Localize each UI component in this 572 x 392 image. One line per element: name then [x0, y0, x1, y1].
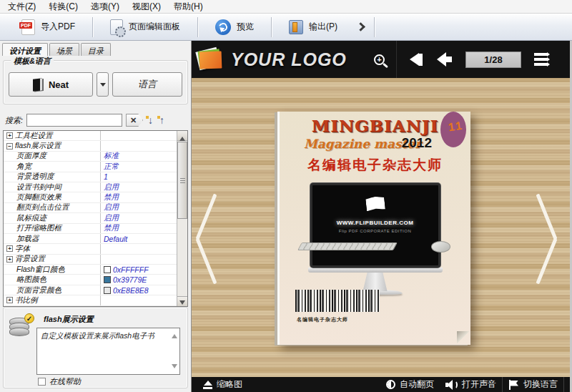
template-group-title: 模板&语言	[11, 56, 54, 67]
page-indicator[interactable]: 1/28	[465, 52, 521, 68]
settings-row[interactable]: 角宽正常	[4, 162, 177, 172]
toolbar-overflow-chevron-icon[interactable]	[356, 22, 365, 31]
scroll-down-arrow-icon[interactable]	[177, 296, 187, 306]
setting-value[interactable]	[101, 295, 177, 305]
setting-value[interactable]: 0xE8E8E8	[101, 285, 177, 295]
setting-value[interactable]: 标准	[101, 152, 177, 161]
expand-all-icon[interactable]: ↑	[158, 115, 166, 125]
clock-icon	[386, 380, 395, 389]
monitor-stand	[363, 273, 388, 291]
magazine-cover-page[interactable]: MINGBIANJI Magazine master 2012 11 名编辑电子…	[277, 112, 470, 345]
tab-scene[interactable]: 场景	[49, 43, 79, 56]
auto-flip-button[interactable]: 自动翻页	[380, 377, 440, 392]
settings-row[interactable]: +背景设置	[4, 255, 177, 265]
setting-value[interactable]: 启用	[101, 213, 177, 222]
settings-row[interactable]: 页面厚度标准	[4, 152, 177, 162]
auto-flip-label: 自动翻页	[400, 378, 434, 391]
collapse-minus-icon[interactable]: −	[6, 143, 13, 150]
panel-tabs: 设计设置 场景 目录	[0, 41, 191, 56]
settings-row[interactable]: 鼠标痕迹启用	[4, 213, 177, 223]
template-select-button[interactable]: Neat	[9, 72, 93, 97]
setting-value[interactable]: 禁用	[101, 192, 177, 202]
setting-value[interactable]: 0x39779E	[101, 275, 177, 284]
page-curl[interactable]	[457, 331, 469, 343]
book-icon	[33, 78, 42, 91]
setting-value[interactable]: 禁用	[101, 224, 177, 233]
template-language-group: 模板&语言 Neat 语言	[3, 60, 188, 104]
flag-icon	[508, 380, 519, 390]
switch-language-button[interactable]: 切换语言	[503, 377, 563, 392]
menu-convert[interactable]: 转换(C)	[42, 0, 84, 14]
setting-label: 页面厚度	[4, 152, 101, 161]
settings-row[interactable]: +工具栏设置	[4, 131, 177, 141]
setting-label: 页面背景颜色	[4, 285, 101, 295]
menu-bar: 文件(Z) 转换(C) 选项(Y) 视图(X) 帮助(H)	[0, 0, 572, 14]
online-help-checkbox[interactable]	[38, 378, 46, 386]
setting-description-group: ✓ flash展示设置 自定义模板设置来展示flash电子书 在线帮助	[3, 307, 188, 388]
preview-button[interactable]: 预览	[198, 16, 271, 39]
settings-row[interactable]: 翻页到点击位置启用	[4, 203, 177, 213]
mini-scroll-down-icon[interactable]	[172, 364, 177, 371]
settings-row[interactable]: 页脚翻页效果禁用	[4, 192, 177, 202]
import-pdf-button[interactable]: 导入PDF	[4, 16, 92, 39]
search-input[interactable]	[26, 114, 122, 127]
output-button[interactable]: 输出(P)	[272, 16, 355, 39]
tab-design-settings[interactable]: 设计设置	[2, 43, 48, 56]
menu-file[interactable]: 文件(Z)	[1, 0, 42, 14]
settings-row[interactable]: 页面背景颜色0xE8E8E8	[4, 285, 177, 295]
thumbnail-button[interactable]: 缩略图	[197, 377, 248, 392]
expand-plus-icon[interactable]: +	[6, 256, 13, 263]
viewer-bottom-bar: 缩略图 自动翻页 打开声音 切换语言	[192, 377, 570, 392]
setting-value[interactable]: 启用	[101, 203, 177, 212]
settings-row[interactable]: Flash窗口颜色0xFFFFFF	[4, 265, 177, 275]
page-edit-panel-button[interactable]: 页面编辑面板	[93, 16, 197, 39]
settings-row[interactable]: +书比例	[4, 295, 177, 305]
setting-value[interactable]	[101, 141, 177, 150]
setting-value[interactable]: 0xFFFFFF	[101, 265, 177, 274]
table-of-contents-icon[interactable]	[534, 53, 547, 66]
scrollbar-thumb[interactable]	[177, 142, 187, 219]
sound-button[interactable]: 打开声音	[440, 377, 502, 392]
settings-row[interactable]: 加载器Default	[4, 234, 177, 244]
setting-value[interactable]: 启用	[101, 182, 177, 192]
cover-year: 2012	[402, 135, 432, 151]
template-name: Neat	[49, 79, 69, 90]
expand-plus-icon[interactable]: +	[6, 132, 13, 139]
setting-value[interactable]	[101, 131, 177, 140]
expand-plus-icon[interactable]: +	[6, 297, 13, 303]
mini-scroll-up-icon[interactable]	[172, 331, 177, 338]
clear-search-button[interactable]: ✕	[126, 114, 143, 127]
expand-plus-icon[interactable]: +	[6, 245, 13, 252]
settings-row[interactable]: 略图颜色0x39779E	[4, 275, 177, 285]
first-page-button[interactable]	[410, 53, 423, 66]
setting-value[interactable]: 正常	[101, 162, 177, 171]
settings-row[interactable]: −flash展示设置	[4, 141, 177, 151]
zoom-in-icon[interactable]: +	[374, 54, 385, 65]
setting-value[interactable]: Default	[101, 234, 177, 243]
menu-options[interactable]: 选项(Y)	[84, 0, 126, 14]
color-swatch	[104, 287, 111, 294]
screen-website-text: WWW.FLIPBUILDER.COM	[312, 220, 438, 226]
setting-label: 打开缩略图框	[4, 224, 101, 233]
collapse-all-icon[interactable]: ↓	[147, 115, 154, 125]
menu-view[interactable]: 视图(X)	[126, 0, 167, 14]
tab-toc[interactable]: 目录	[81, 43, 111, 56]
flip-left-chevron-icon[interactable]	[199, 192, 227, 285]
flipbook-preview: YOUR LOGO + 1/28 MINGBIANJI Magazine mas…	[192, 41, 572, 392]
setting-value[interactable]	[101, 255, 177, 264]
setting-value[interactable]	[101, 244, 177, 253]
settings-row[interactable]: 打开缩略图框禁用	[4, 224, 177, 234]
setting-value[interactable]: 1	[101, 172, 177, 182]
flip-right-chevron-icon[interactable]	[526, 192, 554, 285]
settings-row[interactable]: +字体	[4, 244, 177, 254]
settings-row[interactable]: 背景透明度1	[4, 172, 177, 182]
cover-title-cn: 名编辑电子杂志大师	[280, 156, 470, 175]
previous-page-button[interactable]	[437, 52, 454, 67]
menu-help[interactable]: 帮助(H)	[167, 0, 209, 14]
settings-row[interactable]: 设置书到中间启用	[4, 182, 177, 192]
scroll-up-arrow-icon[interactable]	[177, 131, 187, 141]
settings-scrollbar[interactable]	[177, 131, 187, 306]
template-dropdown-button[interactable]	[97, 72, 109, 97]
setting-label: +背景设置	[4, 255, 101, 264]
language-button[interactable]: 语言	[112, 72, 182, 97]
